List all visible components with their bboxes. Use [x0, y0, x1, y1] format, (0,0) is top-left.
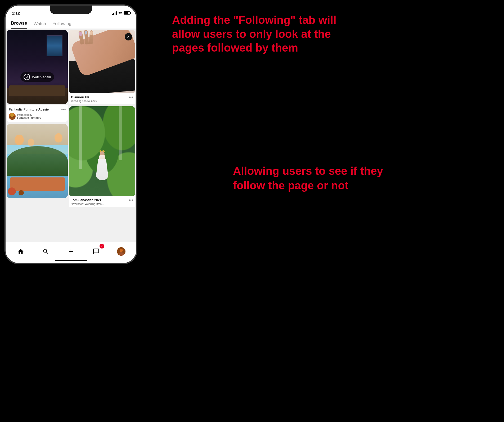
wifi-icon: [118, 11, 122, 15]
phone-frame: 1:12: [5, 5, 137, 264]
watch-again-label: Watch again: [32, 75, 51, 79]
checkmark-badge: ✓: [125, 33, 132, 40]
wedding-title: Tom Sebastian 2021: [71, 198, 101, 202]
left-column: ↺ Watch again Fantastic Furniture Aussie…: [7, 30, 68, 245]
wedding-image: [69, 106, 135, 196]
promoted-row: Promoted by Fantastic Furniture: [9, 113, 66, 120]
bottom-nav: 7: [6, 242, 136, 263]
more-options-wedding-icon[interactable]: •••: [129, 198, 133, 203]
card-wedding-info: Tom Sebastian 2021 ••• "Provence" Weddin…: [69, 196, 135, 207]
battery-icon: [124, 11, 130, 15]
card-fantastic-info: Fantastic Furniture Aussie ••• Promoted …: [7, 105, 68, 122]
svg-point-1: [120, 249, 123, 252]
messages-nav-button[interactable]: 7: [89, 245, 103, 258]
message-icon: [93, 248, 100, 255]
glamour-subtitle: Wedding special nails: [71, 100, 133, 103]
brand-name: Fantastic Furniture: [17, 116, 41, 119]
card-glamour[interactable]: ✓: [69, 30, 135, 93]
home-nav-button[interactable]: [14, 245, 27, 258]
glamour-title: Glamour UK: [71, 95, 89, 99]
right-column: ✓ Glamour UK ••• Wedding special nails: [69, 30, 135, 245]
annotation-2: Allowing users to see if they follow the…: [233, 164, 413, 193]
brand-avatar: [9, 113, 16, 120]
annotation-1: Adding the "Following" tab will allow us…: [172, 13, 357, 55]
watch-again-button[interactable]: ↺ Watch again: [20, 72, 54, 82]
search-icon: [42, 248, 49, 255]
phone-screen: 1:12: [6, 6, 136, 263]
profile-nav-button[interactable]: [115, 245, 128, 258]
search-nav-button[interactable]: [39, 245, 52, 258]
phone-mockup: 1:12: [5, 5, 137, 269]
card-glamour-info: Glamour UK ••• Wedding special nails: [69, 93, 135, 104]
home-icon: [17, 248, 24, 255]
card-wedding[interactable]: [69, 106, 135, 196]
room-interior-image: [7, 30, 68, 104]
tab-following[interactable]: Following: [52, 21, 71, 29]
promoted-by-label: Promoted by: [17, 113, 41, 116]
bride-figure: [94, 149, 110, 180]
notification-badge: 7: [100, 244, 104, 249]
status-time: 1:12: [12, 11, 20, 15]
status-icons: [112, 11, 130, 15]
profile-avatar: [117, 247, 125, 256]
more-options-glamour-icon[interactable]: •••: [129, 95, 133, 100]
replay-icon: ↺: [24, 74, 30, 80]
signal-icon: [112, 11, 117, 15]
tab-browse[interactable]: Browse: [11, 21, 27, 29]
glamour-image: ✓: [69, 30, 135, 93]
more-options-icon[interactable]: •••: [61, 107, 66, 112]
add-icon: [68, 248, 74, 255]
wedding-subtitle: "Provence" Wedding Dres...: [71, 203, 133, 205]
card-outdoor[interactable]: [7, 124, 68, 198]
home-indicator: [55, 260, 87, 261]
add-nav-button[interactable]: [64, 245, 78, 258]
card-fantastic-title: Fantastic Furniture Aussie: [9, 108, 49, 111]
tab-watch[interactable]: Watch: [33, 21, 46, 29]
phone-notch: [50, 6, 92, 14]
navigation-tabs[interactable]: Browse Watch Following: [6, 17, 136, 29]
content-area: ↺ Watch again Fantastic Furniture Aussie…: [6, 29, 136, 246]
outdoor-image: [7, 124, 68, 198]
card-watch-again[interactable]: ↺ Watch again: [7, 30, 68, 104]
